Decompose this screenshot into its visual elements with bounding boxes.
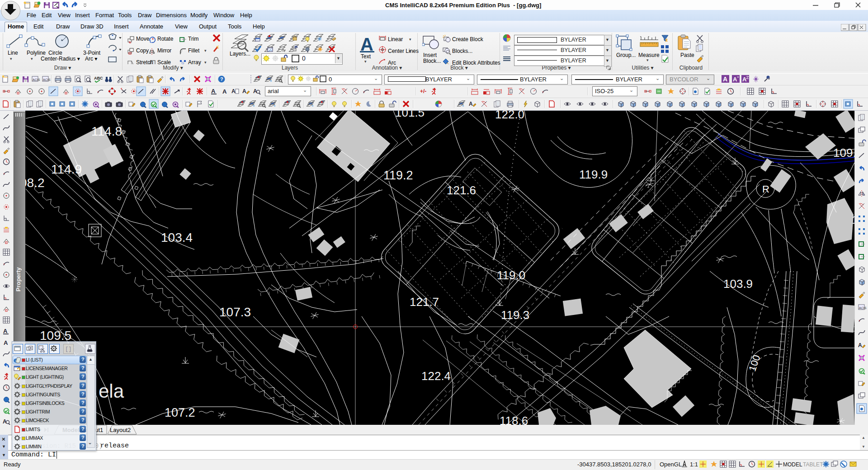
svg-text:A: A	[858, 342, 862, 348]
svg-text:A: A	[3, 328, 8, 334]
svg-text:ACIS: ACIS	[859, 306, 867, 310]
svg-text:A: A	[733, 76, 737, 83]
svg-text:ABC: ABC	[94, 76, 103, 80]
svg-text:109.3: 109.3	[833, 146, 854, 160]
svg-text:114.9: 114.9	[51, 162, 82, 176]
svg-text:A: A	[211, 88, 216, 94]
svg-text:10: 10	[852, 214, 854, 226]
svg-text:119.2: 119.2	[383, 169, 413, 182]
svg-text:118.6: 118.6	[500, 414, 528, 425]
svg-text:121.7: 121.7	[410, 295, 439, 309]
svg-text:[]: []	[65, 346, 71, 352]
svg-text:A: A	[231, 88, 236, 94]
svg-text:101.5: 101.5	[395, 111, 425, 119]
svg-text:119.0: 119.0	[497, 268, 525, 282]
svg-text:ACIS: ACIS	[43, 78, 51, 81]
svg-text:119.3: 119.3	[501, 308, 529, 322]
svg-text:A: A	[242, 88, 246, 94]
svg-text:121.6: 121.6	[447, 183, 476, 197]
svg-text:A: A	[469, 101, 473, 107]
svg-text:122.0: 122.0	[495, 111, 524, 121]
svg-text:A: A	[742, 76, 747, 83]
svg-text:109.5: 109.5	[40, 329, 71, 343]
svg-text:A: A	[4, 339, 8, 346]
svg-text:114.8: 114.8	[91, 124, 122, 138]
svg-text:A: A	[723, 75, 727, 83]
svg-text:107.2: 107.2	[165, 406, 195, 419]
svg-text:?: ?	[220, 76, 223, 82]
svg-text:R: R	[762, 183, 769, 195]
svg-text:ACIS: ACIS	[33, 78, 40, 81]
svg-text:A: A	[222, 88, 227, 95]
svg-text:119.9: 119.9	[579, 168, 608, 181]
svg-text:08.2: 08.2	[25, 176, 45, 190]
svg-text:103.4: 103.4	[161, 230, 193, 244]
svg-text:103.9: 103.9	[723, 277, 753, 291]
svg-text:107.3: 107.3	[219, 305, 251, 319]
svg-text:+/-: +/-	[420, 88, 426, 94]
svg-text:122.4: 122.4	[421, 369, 451, 383]
svg-text:ela: ela	[99, 381, 124, 402]
